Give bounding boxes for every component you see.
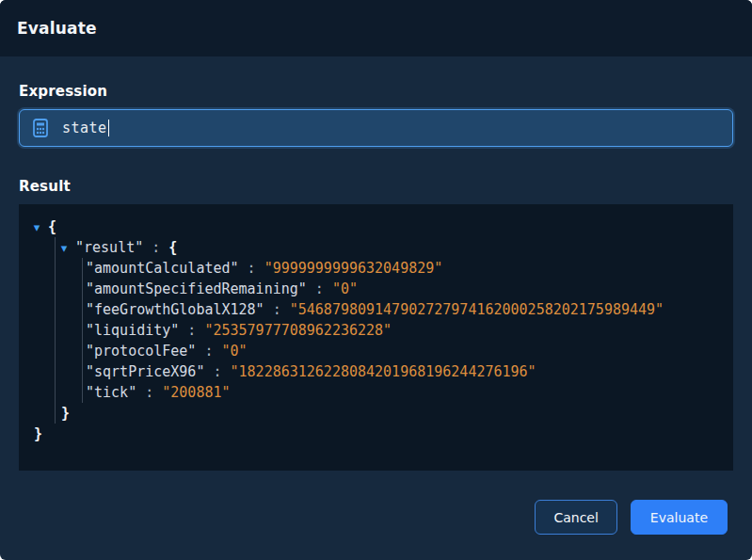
json-value: "9999999999632049829" bbox=[264, 260, 443, 277]
json-colon: : bbox=[143, 239, 168, 256]
json-colon: : bbox=[204, 363, 230, 380]
json-key: "feeGrowthGlobalX128" bbox=[86, 301, 264, 318]
json-line: "amountSpecifiedRemaining" : "0" bbox=[19, 279, 733, 299]
json-key: "result" bbox=[75, 239, 143, 256]
indent-guide bbox=[55, 237, 56, 424]
json-line: "liquidity" : "25357977708962236228" bbox=[19, 320, 733, 341]
json-colon: : bbox=[136, 384, 162, 401]
dialog-footer: Cancel Evaluate bbox=[0, 500, 752, 560]
json-line: "tick" : "200881" bbox=[19, 382, 733, 403]
json-value: "200881" bbox=[162, 384, 230, 401]
json-colon: : bbox=[196, 343, 221, 360]
dialog-header: Evaluate bbox=[0, 0, 752, 56]
expression-input-value: state bbox=[62, 120, 107, 136]
json-value: "0" bbox=[332, 280, 358, 297]
json-key: "liquidity" bbox=[86, 322, 179, 339]
expand-arrow-icon[interactable]: ▾ bbox=[57, 238, 71, 259]
expand-arrow-icon[interactable]: ▾ bbox=[30, 217, 43, 238]
json-line: "amountCalculated" : "999999999963204982… bbox=[19, 258, 733, 279]
json-brace: } bbox=[34, 425, 42, 442]
json-line: } bbox=[19, 424, 733, 444]
json-brace: } bbox=[61, 405, 70, 422]
json-key: "tick" bbox=[86, 384, 136, 401]
json-key: "amountCalculated" bbox=[86, 260, 239, 277]
json-value: "1822863126228084201968196244276196" bbox=[231, 363, 536, 380]
result-tree: ▾{▾"result" : {"amountCalculated" : "999… bbox=[19, 216, 733, 444]
json-line: "feeGrowthGlobalX128" : "546879809147902… bbox=[19, 299, 733, 320]
expression-label: Expression bbox=[19, 83, 733, 100]
evaluate-button[interactable]: Evaluate bbox=[631, 500, 728, 535]
json-colon: : bbox=[264, 301, 290, 318]
json-key: "protocolFee" bbox=[86, 343, 196, 360]
json-colon: : bbox=[307, 280, 332, 297]
dialog-body: Expression state Result ▾ bbox=[0, 56, 752, 500]
json-value: "0" bbox=[222, 343, 248, 360]
json-key: "amountSpecifiedRemaining" bbox=[86, 280, 307, 297]
json-brace: { bbox=[168, 239, 177, 256]
json-value: "546879809147902727974162000258202175989… bbox=[290, 301, 664, 318]
result-label: Result bbox=[19, 178, 733, 195]
json-brace: { bbox=[48, 218, 56, 235]
json-line: "protocolFee" : "0" bbox=[19, 341, 733, 361]
result-panel: ▾{▾"result" : {"amountCalculated" : "999… bbox=[19, 204, 733, 471]
json-colon: : bbox=[239, 260, 264, 277]
evaluate-dialog: Evaluate Expression state Result bbox=[0, 0, 752, 560]
json-key: "sqrtPriceX96" bbox=[86, 363, 204, 380]
calculator-icon bbox=[33, 119, 48, 137]
json-line: ▾{ bbox=[19, 216, 733, 237]
json-line: } bbox=[19, 403, 733, 424]
json-line: ▾"result" : { bbox=[19, 237, 733, 258]
dialog-title: Evaluate bbox=[17, 19, 97, 38]
indent-guide bbox=[82, 258, 83, 403]
json-value: "25357977708962236228" bbox=[204, 322, 392, 339]
expression-input[interactable]: state bbox=[19, 109, 733, 147]
text-caret bbox=[108, 120, 110, 136]
json-line: "sqrtPriceX96" : "1822863126228084201968… bbox=[19, 361, 733, 382]
json-colon: : bbox=[179, 322, 204, 339]
cancel-button[interactable]: Cancel bbox=[535, 500, 616, 535]
